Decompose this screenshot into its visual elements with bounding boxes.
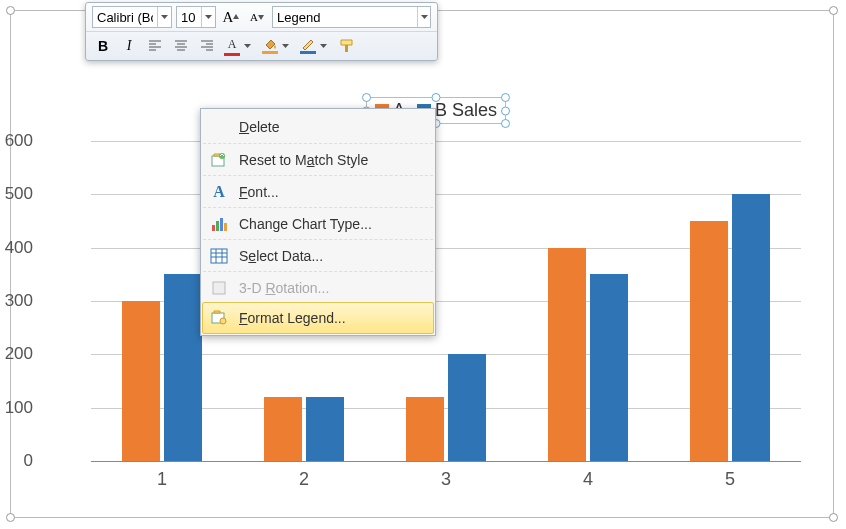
font-name-combo[interactable] bbox=[92, 6, 172, 28]
reset-icon bbox=[207, 148, 231, 172]
outline-color-button[interactable] bbox=[298, 35, 332, 57]
bar[interactable] bbox=[306, 397, 344, 461]
rotation-icon bbox=[207, 276, 231, 300]
align-right-icon bbox=[200, 40, 214, 52]
italic-icon: I bbox=[127, 38, 132, 54]
font-color-swatch bbox=[224, 53, 240, 56]
pen-icon bbox=[301, 38, 315, 50]
selection-handle[interactable] bbox=[501, 106, 510, 115]
bar[interactable] bbox=[732, 194, 770, 461]
y-tick-label: 100 bbox=[0, 398, 33, 418]
menu-item-delete[interactable]: Delete bbox=[203, 111, 433, 143]
svg-point-25 bbox=[220, 318, 226, 324]
bar[interactable] bbox=[590, 274, 628, 461]
menu-item-label: Reset to Match Style bbox=[239, 152, 368, 168]
bar[interactable] bbox=[264, 397, 302, 461]
menu-item-rotation: 3-D Rotation... bbox=[203, 271, 433, 303]
chart-element-input[interactable] bbox=[273, 7, 417, 27]
chart-resize-handle[interactable] bbox=[829, 6, 838, 15]
x-tick-label: 3 bbox=[441, 469, 451, 490]
menu-item-selectdata[interactable]: Select Data... bbox=[203, 239, 433, 271]
svg-rect-17 bbox=[224, 223, 227, 231]
x-tick-label: 5 bbox=[725, 469, 735, 490]
chevron-down-icon[interactable] bbox=[278, 36, 292, 56]
chart-resize-handle[interactable] bbox=[6, 513, 15, 522]
bar[interactable] bbox=[690, 221, 728, 461]
bar[interactable] bbox=[164, 274, 202, 461]
menu-item-formatlegend[interactable]: Format Legend... bbox=[202, 302, 434, 334]
bar[interactable] bbox=[448, 354, 486, 461]
selectdata-icon bbox=[207, 244, 231, 268]
x-tick-label: 1 bbox=[157, 469, 167, 490]
menu-item-reset[interactable]: Reset to Match Style bbox=[203, 143, 433, 175]
chart-resize-handle[interactable] bbox=[6, 6, 15, 15]
y-axis: 0100200300400500600 bbox=[41, 141, 81, 461]
chart-element-combo[interactable] bbox=[272, 6, 431, 28]
font-color-button[interactable]: A bbox=[222, 35, 256, 57]
font-size-input[interactable] bbox=[177, 7, 201, 27]
bold-button[interactable]: B bbox=[92, 35, 114, 57]
legend-label: B Sales bbox=[435, 100, 497, 121]
y-tick-label: 600 bbox=[0, 131, 33, 151]
align-center-icon bbox=[174, 40, 188, 52]
selection-handle[interactable] bbox=[362, 93, 371, 102]
menu-item-label: Change Chart Type... bbox=[239, 216, 372, 232]
menu-item-label: Delete bbox=[239, 119, 279, 135]
bar-group[interactable] bbox=[659, 141, 801, 461]
chevron-down-icon[interactable] bbox=[157, 7, 171, 27]
y-tick-label: 500 bbox=[0, 184, 33, 204]
bar[interactable] bbox=[548, 248, 586, 461]
outline-color-swatch bbox=[300, 51, 316, 54]
bars-area bbox=[91, 141, 801, 461]
charttype-icon bbox=[207, 212, 231, 236]
align-right-button[interactable] bbox=[196, 35, 218, 57]
menu-item-label: 3-D Rotation... bbox=[239, 280, 329, 296]
y-tick-label: 200 bbox=[0, 344, 33, 364]
chevron-down-icon[interactable] bbox=[417, 7, 430, 27]
font-name-input[interactable] bbox=[93, 7, 157, 27]
svg-rect-16 bbox=[220, 218, 223, 231]
svg-point-13 bbox=[219, 153, 225, 159]
chart-resize-handle[interactable] bbox=[829, 513, 838, 522]
y-tick-label: 0 bbox=[0, 451, 33, 471]
align-center-button[interactable] bbox=[170, 35, 192, 57]
italic-button[interactable]: I bbox=[118, 35, 140, 57]
formatlegend-icon bbox=[207, 306, 231, 330]
grow-font-button[interactable]: A bbox=[220, 6, 242, 28]
x-tick-label: 2 bbox=[299, 469, 309, 490]
context-menu[interactable]: DeleteReset to Match StyleAFont...Change… bbox=[200, 108, 436, 336]
bold-icon: B bbox=[98, 38, 108, 54]
x-axis-line bbox=[91, 461, 801, 462]
brush-icon bbox=[338, 38, 356, 54]
chevron-down-icon[interactable] bbox=[316, 36, 330, 56]
menu-item-label: Format Legend... bbox=[239, 310, 346, 326]
menu-item-font[interactable]: AFont... bbox=[203, 175, 433, 207]
font-size-combo[interactable] bbox=[176, 6, 216, 28]
bar-group[interactable] bbox=[517, 141, 659, 461]
x-tick-label: 4 bbox=[583, 469, 593, 490]
selection-handle[interactable] bbox=[432, 93, 441, 102]
font-color-icon: A bbox=[228, 37, 237, 52]
align-left-button[interactable] bbox=[144, 35, 166, 57]
delete-icon bbox=[207, 115, 231, 139]
bucket-icon bbox=[263, 38, 277, 50]
chevron-down-icon[interactable] bbox=[201, 7, 215, 27]
font-icon: A bbox=[207, 180, 231, 204]
menu-item-charttype[interactable]: Change Chart Type... bbox=[203, 207, 433, 239]
bar[interactable] bbox=[406, 397, 444, 461]
mini-toolbar[interactable]: A A B I A bbox=[85, 2, 438, 61]
chevron-down-icon[interactable] bbox=[240, 36, 254, 56]
svg-rect-23 bbox=[213, 282, 225, 294]
selection-handle[interactable] bbox=[501, 119, 510, 128]
y-tick-label: 300 bbox=[0, 291, 33, 311]
fill-color-swatch bbox=[262, 51, 278, 54]
format-painter-button[interactable] bbox=[336, 35, 358, 57]
menu-item-label: Select Data... bbox=[239, 248, 323, 264]
fill-color-button[interactable] bbox=[260, 35, 294, 57]
svg-rect-18 bbox=[211, 249, 227, 263]
bar[interactable] bbox=[122, 301, 160, 461]
selection-handle[interactable] bbox=[501, 93, 510, 102]
svg-rect-15 bbox=[216, 221, 219, 231]
shrink-font-button[interactable]: A bbox=[246, 6, 268, 28]
y-tick-label: 400 bbox=[0, 238, 33, 258]
